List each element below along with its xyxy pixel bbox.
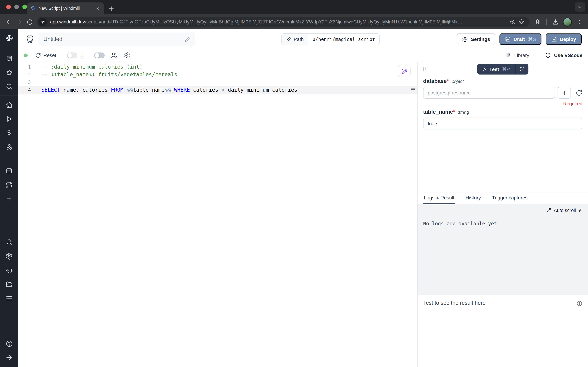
code-line[interactable]: 1 -- :daily_minimum_calories (int) — [18, 63, 417, 71]
close-window-button[interactable] — [6, 5, 11, 9]
sidebar-item-resources[interactable] — [3, 142, 15, 152]
database-resource-input[interactable] — [423, 87, 555, 99]
sidebar-item-favorites[interactable] — [3, 67, 15, 78]
windmill-logo[interactable] — [5, 34, 14, 43]
tab-trigger-captures[interactable]: Trigger captures — [491, 192, 528, 204]
library-button[interactable]: Library — [505, 52, 529, 58]
sidebar-item-runs[interactable] — [3, 114, 15, 124]
line-number: 1 — [18, 64, 31, 69]
browser-tab[interactable]: New Script | Windmill × — [27, 2, 104, 14]
screen: New Script | Windmill × app.windmill.dev… — [0, 0, 588, 367]
browser-actions — [532, 17, 585, 27]
address-bar[interactable]: app.windmill.dev/scripts/add#JTdCJTIyaGF… — [37, 17, 529, 27]
code-editor[interactable]: 1 -- :daily_minimum_calories (int) 2 -- … — [18, 62, 418, 367]
use-vscode-button[interactable]: Use VScode — [545, 52, 582, 58]
panel-header: Test ⌘↵ — [418, 62, 588, 77]
capture-scan-button[interactable] — [516, 64, 529, 75]
zoom-page-icon[interactable] — [508, 17, 517, 27]
right-panel: Test ⌘↵ database* object — [418, 62, 588, 367]
result-placeholder: Test to see the result here — [423, 300, 486, 306]
url-text: app.windmill.dev/scripts/add#JTdCJTIyaGF… — [50, 19, 508, 25]
ai-assistant-wand-button[interactable] — [398, 65, 411, 77]
sidebar-item-search[interactable] — [3, 81, 15, 92]
script-arguments: database* object Required — [418, 77, 588, 129]
reset-button[interactable]: Reset — [35, 52, 56, 58]
users-icon — [111, 52, 118, 58]
sidebar-item-schedules[interactable] — [3, 166, 15, 176]
profile-avatar[interactable] — [563, 17, 572, 26]
code-line[interactable]: 2 -- %%table_name%% fruits/vegetables/ce… — [18, 71, 417, 78]
sidebar-item-add[interactable] — [3, 193, 15, 204]
code-token: %% — [165, 87, 171, 93]
reload-icon[interactable] — [25, 17, 35, 27]
result-area: Test to see the result here — [418, 295, 588, 367]
refresh-resources-icon[interactable] — [576, 89, 582, 96]
save-icon — [551, 36, 557, 42]
code-line-active[interactable]: 4 SELECT name, calories FROM %%table_nam… — [18, 86, 417, 94]
add-resource-button[interactable] — [558, 87, 571, 99]
downloads-icon[interactable] — [550, 17, 561, 27]
sidebar-item-settings[interactable] — [3, 251, 15, 261]
sidebar-item-variables[interactable] — [3, 128, 15, 138]
table-name-input[interactable] — [423, 117, 582, 129]
sidebar-item-home[interactable] — [3, 100, 15, 110]
settings-button[interactable]: Settings — [457, 33, 495, 45]
library-label: Library — [514, 52, 529, 58]
edit-title-pencil-icon[interactable] — [185, 36, 190, 42]
back-icon[interactable] — [3, 17, 14, 27]
path-edit-button[interactable]: Path — [282, 33, 308, 45]
gear-icon — [462, 36, 468, 42]
required-asterisk: * — [453, 109, 455, 115]
path-label: Path — [294, 36, 304, 42]
path-widget[interactable]: Path u/henri/magical_script — [281, 33, 379, 45]
new-tab-button[interactable] — [108, 5, 115, 12]
bookmark-star-icon[interactable] — [517, 17, 526, 27]
code-line[interactable]: 3 — [18, 78, 417, 86]
sidebar-item-help[interactable] — [3, 338, 15, 349]
diff-toggle[interactable] — [67, 52, 77, 58]
test-label: Test — [489, 66, 499, 72]
tab-search-chevron-icon[interactable] — [575, 2, 585, 12]
deploy-label: Deploy — [560, 36, 576, 42]
collapse-panel-icon[interactable] — [422, 66, 429, 72]
script-title-box[interactable]: Untitled — [39, 33, 195, 46]
test-button[interactable]: Test ⌘↵ — [477, 64, 515, 75]
auto-scroll-control[interactable]: Auto scroll ✓ — [423, 208, 582, 213]
code-token: daily_minimum_calories — [225, 87, 297, 93]
sidebar-divider — [0, 95, 18, 96]
url-host: app.windmill.dev — [50, 19, 85, 25]
code-token: calories — [190, 87, 222, 93]
sidebar-item-workers[interactable] — [3, 265, 15, 275]
tab-history[interactable]: History — [465, 192, 481, 204]
code-token — [124, 87, 127, 93]
path-value: u/henri/magical_script — [308, 33, 379, 45]
sidebar-item-routes[interactable] — [3, 179, 15, 190]
draft-button[interactable]: Draft ⌘S — [500, 33, 542, 45]
info-icon[interactable] — [576, 300, 582, 307]
scrollbar-cursor-marker — [411, 89, 415, 90]
browser-menu-kebab-icon[interactable] — [574, 17, 585, 27]
sidebar-item-audit-logs[interactable] — [3, 293, 15, 303]
expand-logs-icon[interactable] — [546, 208, 551, 213]
zoom-window-button[interactable] — [22, 5, 27, 9]
field-name: table_name — [423, 109, 453, 115]
code-token: FROM — [111, 87, 123, 93]
site-settings-icon[interactable] — [39, 18, 47, 26]
extensions-icon[interactable] — [532, 17, 543, 27]
minimize-window-button[interactable] — [14, 5, 19, 9]
forward-icon[interactable] — [14, 17, 25, 27]
sidebar-item-user[interactable] — [3, 237, 15, 247]
code-token: -- :daily_minimum_calories (int) — [41, 64, 143, 70]
tab-logs-result[interactable]: Logs & Result — [423, 192, 455, 204]
sidebar-item-workspace[interactable] — [3, 53, 15, 64]
window-controls — [6, 5, 27, 9]
deploy-button[interactable]: Deploy — [546, 33, 582, 45]
sidebar-item-folders[interactable] — [3, 279, 15, 289]
sidebar-expand-arrow-icon[interactable] — [3, 352, 15, 363]
pencil-icon — [286, 37, 291, 42]
multiplayer-toggle[interactable] — [94, 52, 105, 58]
editor-settings-gear-icon[interactable] — [124, 52, 131, 58]
url-path: /scripts/add#JTdCJTIyaGFzaCUyMiUzQSUyMiU… — [85, 19, 462, 25]
diff-icon: ± — [80, 52, 84, 58]
tab-close-icon[interactable]: × — [94, 5, 101, 12]
